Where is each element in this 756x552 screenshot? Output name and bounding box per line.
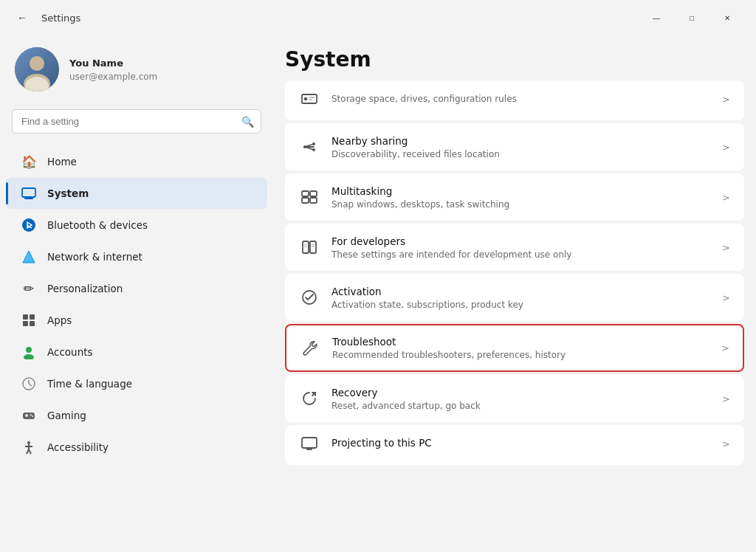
recovery-label: Recovery [331,387,710,399]
settings-list: Storage space, drives, configuration rul… [285,80,744,465]
setting-item-nearby-sharing[interactable]: Nearby sharing Discoverability, received… [285,123,744,170]
activation-label: Activation [331,286,710,297]
setting-text: For developers These settings are intend… [331,235,710,260]
page-title: System [285,35,744,80]
network-icon [21,249,37,265]
setting-item-developers[interactable]: For developers These settings are intend… [285,224,744,271]
sidebar-item-accounts[interactable]: Accounts [6,337,267,368]
sidebar-item-home[interactable]: 🏠 Home [6,146,267,177]
setting-item-activation[interactable]: Activation Activation state, subscriptio… [285,274,744,321]
setting-text: Troubleshoot Recommended troubleshooters… [332,336,709,360]
svg-rect-38 [303,241,309,253]
chevron-icon: > [722,292,730,303]
svg-rect-28 [304,97,307,100]
sidebar-item-system[interactable]: System [6,178,267,209]
sidebar-item-personalization[interactable]: ✏️ Personalization [6,273,267,304]
apps-icon [21,312,37,328]
nav-list: 🏠 Home System B [0,145,273,463]
search-input[interactable] [12,109,261,134]
sidebar-item-label: Home [47,156,77,168]
storage-icon [299,89,320,109]
svg-marker-7 [23,251,35,263]
svg-point-13 [24,354,34,359]
window-controls: — □ ✕ [639,6,744,30]
setting-item-projecting[interactable]: Projecting to this PC > [285,425,744,465]
troubleshoot-desc: Recommended troubleshooters, preferences… [332,350,709,360]
svg-rect-10 [23,321,28,326]
setting-item-recovery[interactable]: Recovery Reset, advanced startup, go bac… [285,375,744,422]
title-bar: ← Settings — □ ✕ [0,0,756,35]
sidebar-item-label: Accounts [47,346,93,358]
sidebar-item-time[interactable]: Time & language [6,368,267,399]
bluetooth-icon [21,217,37,233]
svg-point-21 [32,415,34,417]
svg-rect-37 [310,198,317,203]
nearby-sharing-desc: Discoverability, received files location [331,149,710,159]
setting-text: Multitasking Snap windows, desktops, tas… [331,185,710,210]
chevron-icon: > [722,438,730,449]
close-button[interactable]: ✕ [710,6,744,30]
setting-text: Activation Activation state, subscriptio… [331,286,710,310]
sidebar-item-label: Personalization [47,283,123,294]
multitasking-label: Multitasking [331,185,710,197]
nearby-sharing-icon [299,137,320,157]
accessibility-icon [21,439,37,455]
svg-point-20 [30,415,32,416]
sidebar-item-bluetooth[interactable]: Bluetooth & devices [6,210,267,241]
developers-icon [299,237,320,258]
svg-rect-36 [302,198,309,203]
storage-desc: Storage space, drives, configuration rul… [331,94,710,104]
setting-text: Projecting to this PC [331,437,710,451]
troubleshoot-icon [300,338,320,359]
svg-point-33 [303,145,306,148]
setting-text: Recovery Reset, advanced startup, go bac… [331,387,710,411]
sidebar-item-label: Apps [47,314,72,326]
sidebar-item-accessibility[interactable]: Accessibility [6,432,267,463]
troubleshoot-label: Troubleshoot [332,336,709,348]
svg-rect-39 [310,241,316,253]
home-icon: 🏠 [21,153,37,170]
svg-point-31 [312,142,315,145]
avatar [15,47,59,92]
user-info: You Name user@example.com [69,58,157,82]
sidebar-item-label: Bluetooth & devices [47,219,148,231]
svg-rect-34 [302,191,309,196]
projecting-icon [299,433,320,454]
svg-rect-4 [22,188,35,197]
maximize-button[interactable]: □ [675,6,709,30]
gaming-icon [21,407,37,424]
minimize-button[interactable]: — [639,6,673,30]
setting-item-storage[interactable]: Storage space, drives, configuration rul… [285,80,744,120]
chevron-icon: > [722,242,730,253]
svg-line-26 [29,449,31,454]
svg-rect-45 [302,438,317,448]
svg-rect-11 [30,321,35,326]
user-profile[interactable]: You Name user@example.com [0,35,273,103]
setting-item-troubleshoot[interactable]: Troubleshoot Recommended troubleshooters… [285,324,744,372]
accounts-icon [21,344,37,360]
search-box: 🔍 [12,109,261,134]
svg-point-32 [312,148,315,151]
app-title: Settings [41,13,630,24]
sidebar: You Name user@example.com 🔍 🏠 Home [0,35,273,552]
system-icon [21,185,37,201]
sidebar-item-gaming[interactable]: Gaming [6,400,267,431]
sidebar-item-label: Gaming [47,410,86,421]
recovery-icon [299,388,320,409]
svg-line-16 [29,384,32,386]
svg-point-12 [26,347,32,353]
setting-item-multitasking[interactable]: Multitasking Snap windows, desktops, tas… [285,173,744,221]
svg-rect-8 [23,314,28,320]
sidebar-item-label: Accessibility [47,441,109,453]
sidebar-item-apps[interactable]: Apps [6,305,267,336]
multitasking-desc: Snap windows, desktops, task switching [331,199,710,210]
back-button[interactable]: ← [12,7,32,28]
user-name: You Name [69,58,157,69]
multitasking-icon [299,187,320,207]
activation-icon [299,287,320,308]
content-area: System Storage space, drives, configurat… [273,35,756,552]
chevron-icon: > [722,192,730,203]
svg-point-22 [27,441,30,444]
setting-text: Nearby sharing Discoverability, received… [331,135,710,159]
sidebar-item-network[interactable]: Network & internet [6,241,267,272]
